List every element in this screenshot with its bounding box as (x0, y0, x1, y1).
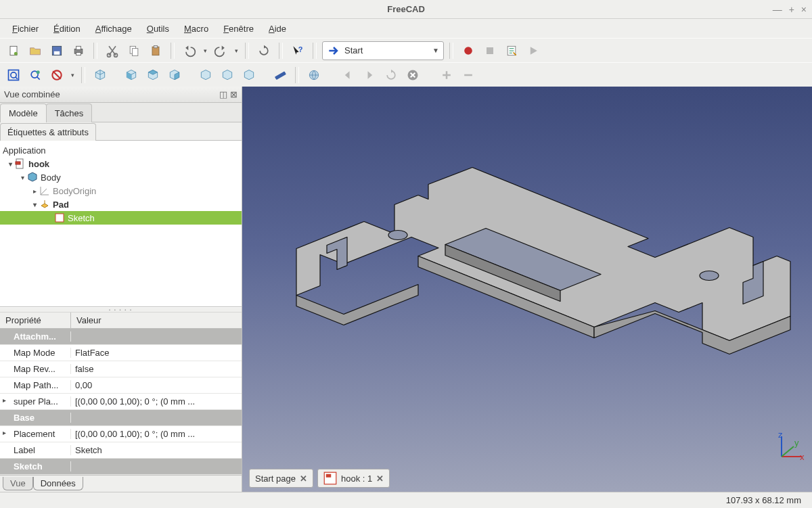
props-col-property[interactable]: Propriété (0, 313, 71, 328)
svg-rect-26 (16, 162, 20, 164)
tab-model[interactable]: Modèle (0, 103, 47, 122)
zoom-out-button (459, 66, 478, 85)
title-bar: FreeCAD — + × (0, 0, 812, 19)
menu-windows[interactable]: Fenêtre (217, 22, 261, 36)
redo-dropdown[interactable]: ▾ (233, 47, 240, 54)
doctab-start[interactable]: Start page ✕ (249, 469, 313, 488)
tab-tasks[interactable]: Tâches (46, 103, 93, 122)
web-home-button[interactable] (304, 66, 323, 85)
tree-body[interactable]: ▾ Body (0, 170, 242, 184)
redo-button[interactable] (211, 41, 230, 60)
menu-edit[interactable]: Édition (47, 22, 87, 36)
collapse-icon[interactable]: ▾ (18, 174, 27, 181)
origin-icon (39, 185, 50, 196)
fit-selection-button[interactable] (26, 66, 45, 85)
nav-back-button (338, 66, 357, 85)
cut-button[interactable] (103, 41, 122, 60)
svg-line-32 (782, 446, 794, 457)
svg-rect-3 (54, 51, 60, 54)
view-iso-button[interactable] (91, 66, 110, 85)
prop-maprev[interactable]: Map Rev...false (0, 361, 242, 377)
close-button[interactable]: × (801, 4, 807, 15)
view-left-button[interactable] (240, 66, 258, 85)
close-icon[interactable]: ✕ (376, 474, 384, 484)
status-dimensions: 107.93 x 68.12 mm (726, 495, 801, 505)
expand-icon[interactable]: ▸ (3, 429, 6, 436)
tree-doc-label: hook (28, 159, 49, 169)
panel-title: Vue combinée (4, 89, 60, 99)
prop-label[interactable]: LabelSketch (0, 442, 242, 459)
expand-icon[interactable]: ▸ (3, 396, 6, 404)
doctab-hook[interactable]: hook : 1 ✕ (317, 469, 390, 488)
prop-mappath[interactable]: Map Path...0,00 (0, 377, 242, 394)
panel-close-button[interactable]: ⊠ (230, 89, 238, 99)
axis-gizmo[interactable]: x z y (771, 431, 805, 465)
measure-button[interactable] (271, 66, 290, 85)
panel-undock-button[interactable]: ◫ (219, 89, 227, 99)
draw-style-dropdown[interactable]: ▾ (69, 72, 76, 78)
start-icon (327, 44, 340, 57)
macros-button[interactable] (502, 41, 521, 60)
menu-tools[interactable]: Outils (140, 22, 176, 36)
svg-point-29 (700, 271, 719, 281)
print-button[interactable] (69, 41, 88, 60)
svg-rect-15 (487, 47, 493, 54)
whats-this-button[interactable]: ? (288, 41, 307, 60)
tree-sketch[interactable]: Sketch (0, 211, 242, 225)
view-top-button[interactable] (143, 66, 162, 85)
view-bottom-button[interactable] (218, 66, 237, 85)
undo-dropdown[interactable]: ▾ (202, 47, 208, 54)
document-icon (15, 158, 26, 169)
svg-rect-10 (133, 48, 138, 55)
collapse-icon[interactable]: ▾ (30, 201, 39, 208)
paste-button[interactable] (146, 41, 165, 60)
prop-placement[interactable]: ▸Placement[(0,00 0,00 1,00); 0 °; (0 mm … (0, 426, 242, 442)
workbench-selector[interactable]: Start ▼ (322, 41, 444, 60)
3d-viewport[interactable]: x z y Start page ✕ hook : 1 ✕ (242, 87, 812, 492)
splitter-handle[interactable]: • • • • • (0, 307, 242, 313)
open-doc-button[interactable] (26, 41, 45, 60)
view-front-button[interactable] (122, 66, 141, 85)
tab-view[interactable]: Vue (3, 477, 33, 490)
menu-view[interactable]: Affichage (89, 22, 139, 36)
menu-file[interactable]: Fichier (5, 22, 45, 36)
tree-root[interactable]: Application (0, 143, 242, 157)
save-doc-button[interactable] (47, 41, 66, 60)
view-rear-button[interactable] (196, 66, 215, 85)
collapse-icon[interactable]: ▾ (5, 160, 15, 168)
svg-text:y: y (794, 438, 799, 448)
close-icon[interactable]: ✕ (300, 474, 307, 484)
svg-point-1 (14, 51, 18, 55)
svg-rect-5 (76, 46, 81, 49)
view-right-button[interactable] (165, 66, 184, 85)
menu-macro[interactable]: Macro (177, 22, 215, 36)
undo-button[interactable] (180, 41, 199, 60)
status-bar: 107.93 x 68.12 mm (0, 492, 812, 508)
props-col-value[interactable]: Valeur (71, 313, 107, 328)
expand-icon[interactable]: ▸ (30, 187, 39, 195)
section-sketch: Sketch (0, 459, 242, 475)
minimize-button[interactable]: — (773, 4, 782, 15)
prop-mapmode[interactable]: Map ModeFlatFace (0, 345, 242, 361)
tree-doc[interactable]: ▾ hook (0, 157, 242, 170)
maximize-button[interactable]: + (789, 4, 794, 15)
tree-pad[interactable]: ▾ Pad (0, 198, 242, 211)
new-doc-button[interactable] (4, 41, 23, 60)
toolbar-file: ▾ ▾ ? Start ▼ (0, 38, 812, 62)
model-tree[interactable]: Application ▾ hook ▾ Body ▸ BodyOrigin ▾… (0, 141, 242, 307)
draw-style-button[interactable] (47, 66, 66, 85)
copy-button[interactable] (125, 41, 143, 60)
refresh-button[interactable] (254, 41, 273, 60)
model-render (242, 87, 812, 492)
nav-stop-button[interactable] (403, 66, 422, 85)
fit-all-button[interactable] (4, 66, 23, 85)
tab-data[interactable]: Données (33, 477, 83, 490)
prop-superplacement[interactable]: ▸super Pla...[(0,00 0,00 1,00); 0 °; (0 … (0, 394, 242, 410)
tree-bodyorigin[interactable]: ▸ BodyOrigin (0, 184, 242, 198)
menu-help[interactable]: Aide (262, 22, 293, 36)
subtab-labels[interactable]: Étiquettes & attributs (0, 123, 96, 141)
property-panel: Propriété Valeur Attachm... Map ModeFlat… (0, 313, 242, 492)
svg-text:?: ? (298, 45, 303, 53)
macro-record-button[interactable] (459, 41, 478, 60)
svg-rect-22 (275, 71, 286, 80)
